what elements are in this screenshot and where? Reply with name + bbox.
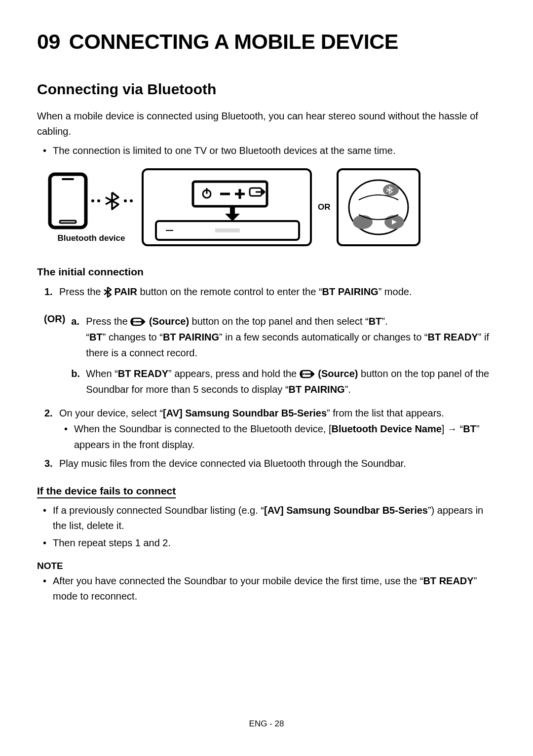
step-2-device: [AV] Samsung Soundbar B5-Series <box>163 408 327 418</box>
or-row: (OR) a. Press the (Source) button on the… <box>37 313 496 402</box>
step-1-mid: button on the remote control to enter th… <box>137 286 322 297</box>
initial-steps: 1. Press the PAIR button on the remote c… <box>37 284 496 300</box>
page-title: 09CONNECTING A MOBILE DEVICE <box>37 30 496 54</box>
remote-figure <box>337 168 420 246</box>
soundbar-figure <box>142 168 312 246</box>
step-2: 2. On your device, select “[AV] Samsung … <box>44 405 496 453</box>
svg-rect-2 <box>60 221 76 223</box>
step-1: 1. Press the PAIR button on the remote c… <box>44 284 496 300</box>
source-icon <box>300 369 315 379</box>
step-1-end: ” mode. <box>379 286 412 297</box>
bluetooth-dots-icon <box>89 191 136 211</box>
fails-b2: Then repeat steps 1 and 2. <box>53 535 496 551</box>
sub-step-a: a. Press the (Source) button on the top … <box>71 313 496 361</box>
page-footer: ENG - 28 <box>0 719 533 729</box>
step-2-sub: When the Soundbar is connected to the Bl… <box>59 421 496 453</box>
sub-a-l2-btready: BT READY <box>427 332 478 342</box>
fails-b1-device: [AV] Samsung Soundbar B5-Series <box>264 505 428 516</box>
intro-bullet-list: The connection is limited to one TV or t… <box>37 143 496 158</box>
sub-a-l2-btpair: BT PAIRING <box>163 332 219 342</box>
step-1-num: 1. <box>44 284 53 300</box>
step-3-text: Play music files from the device connect… <box>59 458 406 469</box>
fails-list: If a previously connected Soundbar listi… <box>37 503 496 551</box>
sub-a-l2-pre: “ <box>86 332 89 342</box>
sub-b-pre: When “ <box>86 368 117 379</box>
note-b1-pre: After you have connected the Soundbar to… <box>53 575 423 586</box>
fails-b1: If a previously connected Soundbar listi… <box>53 503 496 533</box>
s2s-name: Bluetooth Device Name <box>331 423 441 434</box>
s2s-pre: When the Soundbar is connected to the Bl… <box>74 423 331 434</box>
svg-rect-0 <box>50 174 86 227</box>
sub-a-num: a. <box>71 313 79 329</box>
sub-a-l2-bt: BT <box>89 332 103 342</box>
step-1-pair: PAIR <box>112 286 137 297</box>
sub-a-end: ”. <box>381 316 387 327</box>
step-3: 3. Play music files from the device conn… <box>44 455 496 471</box>
step-2-sub-item: When the Soundbar is connected to the Bl… <box>74 421 496 453</box>
sub-a-bt: BT <box>369 316 382 327</box>
sub-a-pre: Press the <box>86 316 130 327</box>
fails-b1-pre: If a previously connected Soundbar listi… <box>53 505 264 516</box>
phone-block: Bluetooth device <box>47 171 136 243</box>
intro-bullet-1: The connection is limited to one TV or t… <box>53 143 496 158</box>
phone-label: Bluetooth device <box>58 233 125 243</box>
svg-rect-16 <box>215 228 240 232</box>
fails-heading: If the device fails to connect <box>37 485 496 497</box>
step-1-pre: Press the <box>59 286 104 297</box>
chapter-number: 09 <box>37 30 60 53</box>
note-b1: After you have connected the Soundbar to… <box>53 573 496 604</box>
s2s-mid: ] → “ <box>442 423 463 434</box>
note-list: After you have connected the Soundbar to… <box>37 573 496 604</box>
sub-a-mid: button on the top panel and then select … <box>189 316 369 327</box>
initial-connection-heading: The initial connection <box>37 266 496 278</box>
sub-a-src: (Source) <box>146 316 189 327</box>
bluetooth-icon <box>104 287 112 298</box>
figure-row: Bluetooth device OR <box>47 168 496 246</box>
svg-point-19 <box>353 215 373 229</box>
sub-b-btpair: BT PAIRING <box>289 384 345 395</box>
svg-point-4 <box>97 199 100 202</box>
sub-b-num: b. <box>71 366 80 381</box>
phone-icon <box>47 171 89 230</box>
step-3-num: 3. <box>44 455 53 471</box>
sub-steps: a. Press the (Source) button on the top … <box>71 313 496 402</box>
step-2-pre: On your device, select “ <box>59 408 163 418</box>
chapter-title: CONNECTING A MOBILE DEVICE <box>69 30 398 53</box>
svg-point-3 <box>91 199 94 202</box>
sub-b-mid: ” appears, press and hold the <box>168 368 300 379</box>
step-2-end: ” from the list that appears. <box>327 408 444 418</box>
source-icon <box>130 317 146 327</box>
sub-a-l2-mid: ” changes to “ <box>103 332 163 342</box>
svg-point-6 <box>130 199 133 202</box>
sub-step-b: b. When “BT READY” appears, press and ho… <box>71 366 496 397</box>
note-b1-btready: BT READY <box>423 575 473 586</box>
sub-b-btready: BT READY <box>118 368 168 379</box>
intro-paragraph: When a mobile device is connected using … <box>37 109 496 139</box>
svg-point-5 <box>124 199 127 202</box>
note-heading: NOTE <box>37 561 496 571</box>
s2s-bt: BT <box>463 423 476 434</box>
or-label: OR <box>318 202 331 212</box>
or-tag: (OR) <box>44 313 65 325</box>
step-1-btpair: BT PAIRING <box>322 286 379 297</box>
sub-a-l2-mid2: ” in a few seconds automatically or chan… <box>219 332 427 342</box>
initial-steps-cont: 2. On your device, select “[AV] Samsung … <box>37 405 496 471</box>
svg-point-18 <box>383 184 399 196</box>
section-title: Connecting via Bluetooth <box>37 81 496 98</box>
sub-b-end: ”. <box>345 384 351 395</box>
svg-rect-1 <box>62 178 74 180</box>
step-2-num: 2. <box>44 405 53 421</box>
sub-b-src: (Source) <box>315 368 358 379</box>
